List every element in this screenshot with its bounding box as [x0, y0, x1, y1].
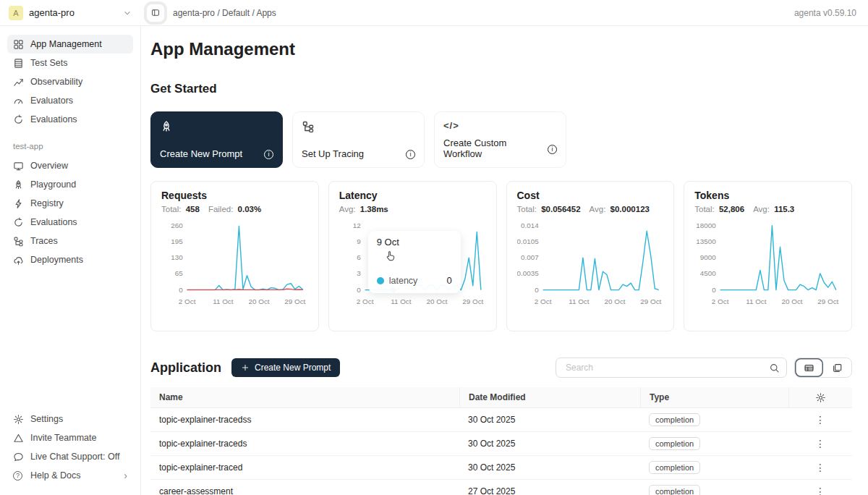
sidebar-item-label: Test Sets — [30, 58, 67, 68]
tooltip-value: 0 — [447, 275, 452, 286]
search-icon[interactable] — [769, 363, 780, 373]
plus-icon — [241, 363, 250, 372]
stat-total: Total: 52,806 — [694, 205, 744, 213]
workspace-selector[interactable]: A agenta-pro — [0, 6, 141, 20]
sidebar-item-label: Traces — [30, 236, 58, 246]
invite-icon — [13, 433, 24, 444]
svg-text:29 Oct: 29 Oct — [817, 297, 838, 305]
sidebar-item-test-sets[interactable]: Test Sets — [7, 54, 133, 72]
svg-text:29 Oct: 29 Oct — [640, 297, 661, 305]
stat-card-cost: CostTotal: $0.056452Avg: $0.00012300.003… — [506, 181, 675, 331]
svg-text:0.0105: 0.0105 — [517, 237, 539, 245]
applications-table: NameDate ModifiedTypetopic-explainer-tra… — [150, 387, 852, 495]
sidebar-item-label: Playground — [30, 179, 76, 190]
get-started-cards: Create New PromptiSet Up Tracingi</>Crea… — [150, 111, 852, 168]
view-toggle — [794, 358, 852, 378]
stat-card-stats: Total: $0.056452Avg: $0.000123 — [517, 205, 664, 213]
table-view-button[interactable] — [795, 358, 823, 377]
chart-tooltip: 9 Octlatency0 — [368, 231, 461, 293]
table-view-icon — [804, 363, 814, 373]
sidebar-item-invite-teammate[interactable]: Invite Teammate — [7, 428, 133, 447]
card-view-button[interactable] — [823, 358, 851, 377]
breadcrumb[interactable]: agenta-pro / Default / Apps — [173, 8, 276, 18]
cell-name: career-assessment — [150, 486, 459, 495]
column-header-date-modified[interactable]: Date Modified — [459, 387, 640, 407]
sidebar-item-playground[interactable]: Playground — [7, 175, 133, 194]
sidebar-item-label: Evaluations — [30, 114, 77, 124]
search-input[interactable] — [564, 362, 769, 373]
overview-icon — [13, 161, 24, 172]
stat-card-requests: RequestsTotal: 458Failed: 0.03%065130195… — [150, 181, 319, 331]
get-started-card-create-new-prompt[interactable]: Create New Prompti — [150, 111, 283, 168]
chart-requests: 0651301952602 Oct11 Oct20 Oct29 Oct — [161, 219, 308, 315]
get-started-card-label: Create New Prompt — [160, 148, 242, 159]
sidebar-item-label: App Management — [30, 39, 102, 49]
sidebar-item-label: Overview — [30, 161, 68, 171]
code-icon: </> — [443, 120, 456, 133]
stat-cards-row: RequestsTotal: 458Failed: 0.03%065130195… — [150, 181, 852, 331]
sidebar-item-label: Invite Teammate — [30, 433, 96, 443]
type-badge: completion — [649, 413, 700, 426]
sidebar-item-help-docs[interactable]: ?Help & Docs› — [7, 466, 133, 485]
svg-text:0: 0 — [535, 286, 539, 294]
stat-total: Total: $0.056452 — [517, 205, 581, 213]
sidebar-item-registry[interactable]: Registry — [7, 194, 133, 213]
cell-date-modified: 27 Oct 2025 — [459, 486, 640, 495]
main-content: App Management Get Started Create New Pr… — [141, 26, 868, 495]
svg-text:20 Oct: 20 Oct — [249, 297, 270, 305]
sidebar-item-live-chat-support-off[interactable]: Live Chat Support: Off — [7, 447, 133, 466]
sidebar-item-observability[interactable]: Observability — [7, 72, 133, 91]
svg-text:11 Oct: 11 Oct — [746, 297, 767, 305]
cell-type: completion — [640, 439, 788, 449]
chart-tokens: 04500900013500180002 Oct11 Oct20 Oct29 O… — [694, 219, 841, 315]
row-menu-icon[interactable]: ⋮ — [811, 485, 830, 495]
column-header-name[interactable]: Name — [150, 392, 459, 402]
card-view-icon — [832, 363, 843, 373]
sidebar-item-app-management[interactable]: App Management — [7, 35, 133, 54]
get-started-card-create-custom-workflow[interactable]: </>Create Custom Workflowi — [434, 111, 566, 168]
stat-card-title: Tokens — [694, 190, 841, 201]
table-row[interactable]: topic-explainer-tracedss30 Oct 2025compl… — [150, 408, 852, 432]
stat-card-title: Latency — [339, 190, 486, 201]
playground-icon — [13, 179, 24, 190]
create-new-prompt-label: Create New Prompt — [255, 363, 331, 373]
svg-text:6: 6 — [357, 253, 361, 261]
sidebar-item-overview[interactable]: Overview — [7, 156, 133, 175]
info-icon[interactable]: i — [406, 148, 415, 159]
cell-name: topic-explainer-tracedss — [150, 415, 459, 425]
column-settings-gear-icon[interactable] — [815, 392, 826, 403]
tooltip-date: 9 Oct — [377, 237, 452, 248]
sidebar-item-evaluations[interactable]: Evaluations — [7, 110, 133, 129]
row-menu-icon[interactable]: ⋮ — [811, 461, 830, 474]
stat-card-stats: Avg: 1.38ms — [339, 205, 486, 213]
svg-text:0.014: 0.014 — [520, 221, 538, 229]
sidebar-item-label: Settings — [30, 414, 63, 424]
info-icon[interactable]: i — [264, 148, 273, 159]
sidebar-item-deployments[interactable]: Deployments — [7, 250, 133, 269]
table-row[interactable]: topic-explainer-traced30 Oct 2025complet… — [150, 456, 852, 480]
observability-icon — [13, 77, 24, 88]
svg-text:2 Oct: 2 Oct — [357, 297, 374, 305]
sidebar-item-settings[interactable]: Settings — [7, 410, 133, 428]
table-row[interactable]: topic-explainer-traceds30 Oct 2025comple… — [150, 432, 852, 456]
svg-text:2 Oct: 2 Oct — [712, 297, 729, 305]
svg-text:2 Oct: 2 Oct — [179, 297, 196, 305]
create-new-prompt-button[interactable]: Create New Prompt — [231, 358, 340, 377]
get-started-card-set-up-tracing[interactable]: Set Up Tracingi — [292, 111, 425, 168]
sidebar-item-evaluations[interactable]: Evaluations — [7, 213, 133, 232]
svg-text:2 Oct: 2 Oct — [534, 297, 551, 305]
row-menu-icon[interactable]: ⋮ — [811, 413, 830, 426]
column-header-type[interactable]: Type — [640, 387, 788, 407]
gear-icon — [13, 414, 24, 425]
svg-text:20 Oct: 20 Oct — [426, 297, 447, 305]
info-icon[interactable]: i — [548, 143, 557, 154]
sidebar-item-traces[interactable]: Traces — [7, 232, 133, 250]
row-menu-icon[interactable]: ⋮ — [811, 437, 830, 450]
svg-text:0: 0 — [712, 286, 716, 294]
sidebar-collapse-button[interactable] — [147, 4, 164, 22]
table-row[interactable]: career-assessment27 Oct 2025completion⋮ — [150, 480, 852, 495]
svg-text:12: 12 — [352, 221, 360, 229]
sidebar-item-evaluators[interactable]: Evaluators — [7, 91, 133, 110]
svg-text:9: 9 — [357, 237, 361, 245]
tooltip-series-label: latency — [389, 276, 418, 286]
